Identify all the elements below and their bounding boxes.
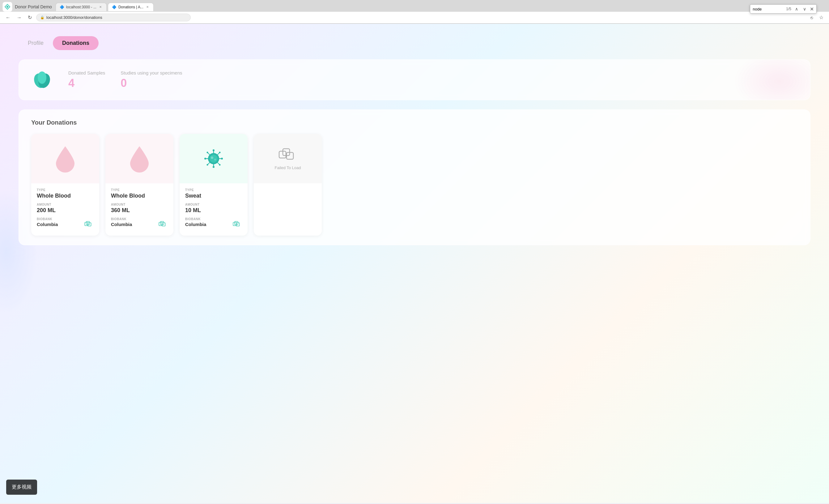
card3-biobank-container: BIOBANK Columbia	[185, 217, 206, 231]
donations-section: Your Donations TYPE Whole Blood AMOUNT 2…	[19, 109, 810, 245]
browser-chrome: Donor Portal Demo 🔷 localhost:3000 - ...…	[0, 0, 829, 24]
donated-samples-label: Donated Samples	[68, 70, 105, 75]
svg-point-21	[219, 152, 221, 153]
refresh-button[interactable]: ↻	[26, 14, 34, 21]
failed-cube-icon	[279, 147, 297, 163]
card1-amount-label: AMOUNT	[37, 203, 94, 206]
app-title: Donor Portal Demo	[15, 4, 52, 9]
card2-type-label: TYPE	[111, 188, 168, 192]
svg-point-27	[207, 152, 208, 153]
card3-visual	[180, 134, 248, 183]
studies-stat: Studies using your specimens 0	[120, 70, 182, 90]
card3-biobank-label: BIOBANK	[185, 217, 206, 221]
donation-card-1[interactable]: TYPE Whole Blood AMOUNT 200 ML BIOBANK C…	[31, 134, 99, 236]
app-logo: Donor Portal Demo	[2, 2, 52, 12]
tab2-close[interactable]: ✕	[145, 5, 150, 9]
card2-biobank-icon	[158, 221, 168, 227]
page-nav: Profile Donations	[19, 36, 810, 50]
stats-card: Donated Samples 4 Studies using your spe…	[19, 59, 810, 100]
donation-card-3[interactable]: TYPE Sweat AMOUNT 10 ML BIOBANK Columbia	[180, 134, 248, 236]
card4-visual: Failed To Load	[254, 134, 322, 183]
url-bar[interactable]: 🔒 localhost:3000/donor/donations	[36, 13, 191, 21]
tab1-favicon: 🔷	[60, 5, 64, 9]
svg-point-3	[38, 71, 46, 84]
svg-point-29	[214, 158, 216, 160]
svg-line-22	[218, 163, 219, 165]
svg-point-11	[210, 155, 218, 163]
card1-biobank-icon	[84, 221, 94, 227]
tab1-close[interactable]: ✕	[98, 5, 103, 9]
card1-biobank-container: BIOBANK Columbia	[37, 217, 58, 231]
svg-point-13	[213, 149, 215, 151]
find-bar-count: 1/5	[786, 7, 791, 11]
find-bar-close-button[interactable]: ✕	[810, 6, 814, 12]
studies-label: Studies using your specimens	[120, 70, 182, 75]
card1-footer: BIOBANK Columbia	[37, 217, 94, 231]
card1-biobank-label: BIOBANK	[37, 217, 58, 221]
forward-button[interactable]: →	[15, 14, 24, 21]
card1-biobank-value: Columbia	[37, 222, 58, 227]
card1-visual	[31, 134, 99, 183]
svg-point-15	[221, 158, 223, 159]
card2-body: TYPE Whole Blood AMOUNT 360 ML BIOBANK C…	[105, 183, 173, 236]
failed-to-load-text: Failed To Load	[275, 166, 301, 170]
card3-amount-label: AMOUNT	[185, 203, 242, 206]
card2-footer: BIOBANK Columbia	[111, 217, 168, 231]
card1-amount-value: 200 ML	[37, 207, 94, 214]
svg-line-24	[208, 163, 210, 165]
card2-biobank-container: BIOBANK Columbia	[111, 217, 132, 231]
card3-amount-value: 10 ML	[185, 207, 242, 214]
svg-line-20	[218, 153, 219, 155]
address-bar: ← → ↻ 🔒 localhost:3000/donor/donations ⎋…	[0, 12, 829, 24]
svg-point-23	[219, 164, 221, 166]
browser-tab-2[interactable]: 🔷 Donations | A... ✕	[108, 3, 154, 11]
main-page: Profile Donations Donated Samples 4 Stud…	[0, 24, 829, 503]
card3-biobank-value: Columbia	[185, 222, 206, 227]
tab2-favicon: 🔷	[112, 5, 116, 9]
back-button[interactable]: ←	[4, 14, 12, 21]
studies-value: 0	[120, 77, 182, 90]
card3-footer: BIOBANK Columbia	[185, 217, 242, 231]
card2-type-value: Whole Blood	[111, 193, 168, 199]
svg-line-26	[208, 153, 210, 155]
url-text: localhost:3000/donor/donations	[46, 15, 102, 20]
card2-visual	[105, 134, 173, 183]
nav-tab-profile[interactable]: Profile	[19, 36, 53, 50]
nav-tab-donations[interactable]: Donations	[53, 36, 99, 50]
donated-samples-stat: Donated Samples 4	[68, 70, 105, 90]
share-button[interactable]: ⎋	[808, 14, 815, 21]
browser-tab-1[interactable]: 🔷 localhost:3000 - ... ✕	[56, 3, 107, 11]
secure-icon: 🔒	[40, 15, 44, 20]
card1-type-label: TYPE	[37, 188, 94, 192]
donation-card-4[interactable]: Failed To Load	[254, 134, 322, 236]
overlay-video-button[interactable]: 更多视频	[6, 479, 37, 495]
card1-type-value: Whole Blood	[37, 193, 94, 199]
card3-type-value: Sweat	[185, 193, 242, 199]
card2-amount-label: AMOUNT	[111, 203, 168, 206]
donation-card-2[interactable]: TYPE Whole Blood AMOUNT 360 ML BIOBANK C…	[105, 134, 173, 236]
find-previous-button[interactable]: ∧	[794, 6, 799, 12]
card3-biobank-icon	[233, 221, 242, 227]
donation-cards-container: TYPE Whole Blood AMOUNT 200 ML BIOBANK C…	[31, 134, 798, 236]
find-next-button[interactable]: ∨	[802, 6, 807, 12]
tab2-label: Donations | A...	[118, 5, 143, 9]
svg-point-17	[213, 166, 215, 168]
card3-type-label: TYPE	[185, 188, 242, 192]
card2-amount-value: 360 ML	[111, 207, 168, 214]
svg-point-28	[211, 156, 213, 159]
card1-body: TYPE Whole Blood AMOUNT 200 ML BIOBANK C…	[31, 183, 99, 236]
find-bar-input[interactable]	[753, 7, 784, 11]
tab1-label: localhost:3000 - ...	[66, 5, 97, 9]
find-bar: 1/5 ∧ ∨ ✕	[750, 4, 817, 13]
svg-point-25	[207, 164, 208, 166]
card2-biobank-label: BIOBANK	[111, 217, 132, 221]
bookmark-button[interactable]: ☆	[817, 14, 825, 21]
tab-bar: Donor Portal Demo 🔷 localhost:3000 - ...…	[0, 0, 829, 12]
donated-samples-value: 4	[68, 77, 105, 90]
donations-section-title: Your Donations	[31, 119, 798, 126]
card3-body: TYPE Sweat AMOUNT 10 ML BIOBANK Columbia	[180, 183, 248, 236]
card2-biobank-value: Columbia	[111, 222, 132, 227]
stats-logo-icon	[31, 69, 53, 91]
svg-point-19	[204, 158, 206, 159]
